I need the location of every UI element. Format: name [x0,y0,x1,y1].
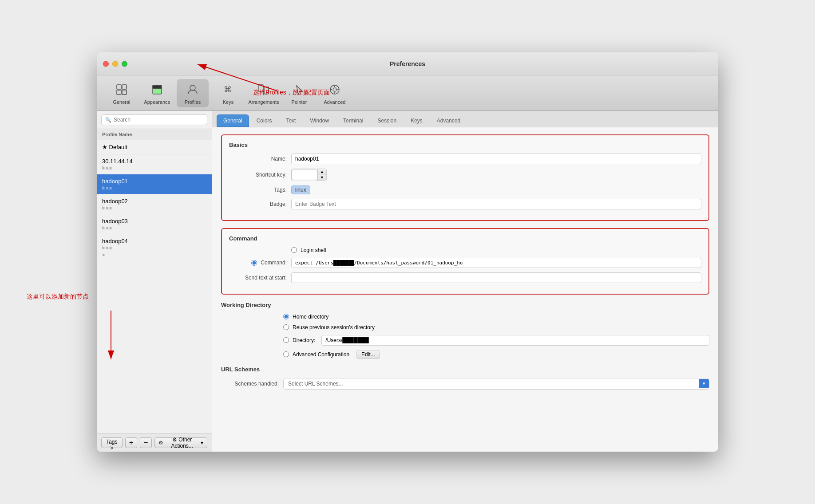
command-row: Command: [229,258,701,268]
sidebar: 🔍 Profile Name ★ Default 30.11.44.14 lin… [97,111,212,452]
shortcut-control: ▲ ▼ [291,169,701,181]
directory-radio-row: Directory: [283,335,709,346]
toolbar-pointer-label: Pointer [292,99,307,105]
url-schemes-section: URL Schemes Schemes handled: Select URL … [221,366,709,390]
name-input[interactable] [291,154,701,164]
toolbar-profiles-label: Profiles [185,99,201,105]
tab-colors[interactable]: Colors [250,114,279,127]
profile-name-hadoop02: hadoop02 [102,198,206,205]
login-shell-radio[interactable] [291,247,297,253]
send-text-label: Send text at start: [229,275,287,281]
tab-advanced[interactable]: Advanced [430,114,467,127]
schemes-dropdown[interactable]: Select URL Schemes... ▾ [283,378,709,390]
general-icon [114,82,130,98]
stepper-buttons: ▲ ▼ [317,169,326,181]
profile-item-ip[interactable]: 30.11.44.14 linux [97,154,212,174]
tags-button[interactable]: Tags > [101,437,123,448]
toolbar-advanced-label: Advanced [324,99,346,105]
tag-pill[interactable]: linux [291,185,310,194]
minimize-button[interactable] [112,61,118,67]
dropdown-arrow-icon: ▾ [201,440,203,446]
name-label: Name: [229,156,287,162]
send-text-input[interactable] [291,272,701,283]
tab-keys[interactable]: Keys [404,114,429,127]
other-actions-button[interactable]: ⚙ ⚙ Other Actions... ▾ [154,437,207,448]
titlebar: Preferences [97,52,718,75]
toolbar-pointer[interactable]: Pointer [283,79,315,107]
working-dir-heading: Working Directory [221,302,709,308]
toolbar-arrangements[interactable]: Arrangements [248,79,280,107]
command-row-label: Command: [229,260,287,266]
directory-label: Directory: [293,337,315,343]
advanced-icon [327,82,343,98]
directory-row: Directory: [221,335,709,346]
badge-label: Badge: [229,201,287,207]
search-input-wrap[interactable]: 🔍 [101,114,207,125]
profiles-icon [185,82,201,98]
svg-rect-5 [153,85,162,89]
close-button[interactable] [103,61,109,67]
directory-radio[interactable] [283,337,289,343]
appearance-icon [149,82,165,98]
search-input[interactable] [114,117,203,123]
svg-text:⌘: ⌘ [224,85,232,94]
shortcut-stepper[interactable]: ▲ ▼ [291,169,327,181]
reuse-session-radio-row: Reuse previous session's directory [283,324,709,331]
send-text-row: Send text at start: [229,272,701,283]
tags-row: Tags: linux [229,185,701,194]
profile-item-hadoop02[interactable]: hadoop02 linux [97,194,212,214]
directory-input[interactable] [321,335,709,346]
toolbar-advanced[interactable]: Advanced [319,79,351,107]
command-input[interactable] [291,258,701,268]
profile-item-hadoop03[interactable]: hadoop03 linux [97,214,212,234]
toolbar-profiles[interactable]: Profiles [177,79,209,107]
command-radio[interactable] [251,260,257,266]
profile-item-hadoop01[interactable]: hadoop01 linux [97,174,212,194]
badge-input[interactable] [291,199,701,209]
svg-rect-8 [259,85,263,92]
schemes-row: Schemes handled: Select URL Schemes... ▾ [221,378,709,390]
remove-profile-button[interactable]: − [140,437,152,448]
tab-general[interactable]: General [217,114,249,127]
profile-name-hadoop04: hadoop04 [102,238,206,244]
shortcut-input[interactable] [292,169,317,180]
profile-sub-hadoop03: linux [102,225,206,230]
reuse-session-radio[interactable] [283,324,289,330]
schemes-control: Select URL Schemes... ▾ [283,378,709,390]
toolbar-keys-label: Keys [223,99,233,105]
stepper-down[interactable]: ▼ [318,175,326,181]
svg-rect-2 [122,85,127,89]
profile-item-hadoop04[interactable]: hadoop04 linux ● [97,234,212,262]
command-section: Command Login shell [221,228,709,295]
schemes-label: Schemes handled: [221,381,279,387]
home-dir-radio[interactable] [283,314,289,319]
tab-text[interactable]: Text [279,114,302,127]
profile-sub-hadoop04: linux [102,245,206,250]
arrangements-icon [256,82,272,98]
shortcut-row: Shortcut key: ▲ ▼ [229,169,701,181]
toolbar-keys[interactable]: ⌘ Keys [212,79,244,107]
command-label: Command: [261,260,287,266]
schemes-value: Select URL Schemes... [284,378,699,389]
svg-point-11 [333,88,336,91]
toolbar-appearance[interactable]: Appearance [141,79,173,107]
schemes-chevron-icon: ▾ [699,379,709,388]
profile-name-default: ★ Default [102,144,206,150]
maximize-button[interactable] [122,61,127,67]
login-shell-control: Login shell [291,247,701,253]
tab-session[interactable]: Session [371,114,403,127]
toolbar-general[interactable]: General [106,79,138,107]
advanced-config-radio[interactable] [283,351,289,357]
badge-row: Badge: [229,199,701,209]
toolbar-appearance-label: Appearance [144,99,170,105]
add-profile-button[interactable]: + [125,437,137,448]
edit-button[interactable]: Edit... [356,350,380,359]
stepper-up[interactable]: ▲ [318,169,326,175]
directory-control: Directory: [283,335,709,346]
main-area: 🔍 Profile Name ★ Default 30.11.44.14 lin… [97,111,718,452]
tab-terminal[interactable]: Terminal [336,114,370,127]
profile-item-default[interactable]: ★ Default [97,140,212,154]
login-shell-label: Login shell [301,247,326,253]
tab-window[interactable]: Window [303,114,336,127]
window-title: Preferences [390,60,425,67]
